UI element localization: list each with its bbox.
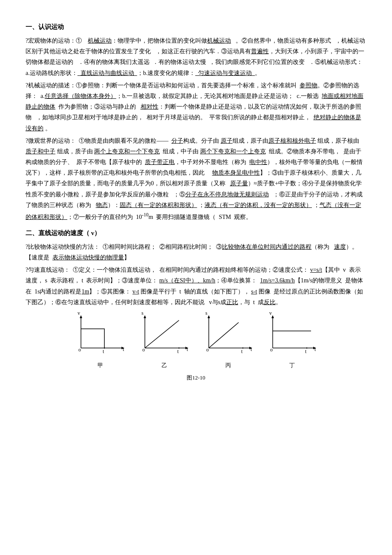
graph-ding-label: 丁 bbox=[289, 360, 295, 370]
section1-title: 一、认识运动 bbox=[26, 21, 366, 33]
svg-text:t: t bbox=[187, 346, 188, 352]
svg-text:s: s bbox=[141, 312, 144, 316]
graph-jia-label: 甲 bbox=[98, 360, 103, 370]
svg-text:o: o bbox=[78, 347, 81, 353]
section1-para2: ?机械运动的描述：①参照物：判断一个物体是否运动和如何运动，首先要选择一个标准，… bbox=[26, 80, 366, 134]
svg-text:t: t bbox=[241, 348, 243, 354]
svg-text:t: t bbox=[123, 346, 124, 352]
graph-ding: v t o t 丁 bbox=[264, 312, 320, 370]
graph-yi-label: 乙 bbox=[161, 360, 167, 370]
svg-text:t: t bbox=[314, 346, 316, 352]
section2-para1: ?比较物体运动快慢的方法： ①相同时间比路程； ②相同路程比时间； ③比较物体在… bbox=[26, 242, 366, 263]
svg-text:s: s bbox=[205, 312, 208, 316]
svg-text:t: t bbox=[103, 348, 104, 354]
page-content: 一、认识运动 ?宏观物体的运动：① 机械运动：物理学中，把物体位置的变化叫做机械… bbox=[26, 21, 366, 383]
svg-text:o: o bbox=[270, 347, 273, 353]
graph-bing-svg: s t o t bbox=[200, 312, 256, 359]
section1-para1: ?宏观物体的运动：① 机械运动：物理学中，把物体位置的变化叫做机械运动 。②自然… bbox=[26, 35, 366, 78]
svg-text:o: o bbox=[206, 347, 209, 353]
graph-bing: s t o t 丙 bbox=[200, 312, 256, 370]
graphs-area: v t o t 甲 s t o bbox=[26, 312, 366, 370]
svg-marker-11 bbox=[144, 315, 146, 318]
section2-title: 二、直线运动的速度（ v） bbox=[26, 227, 366, 239]
graph-bing-label: 丙 bbox=[225, 360, 231, 370]
svg-text:t: t bbox=[251, 346, 252, 352]
graph-jia-svg: v t o t bbox=[72, 312, 128, 359]
svg-text:v: v bbox=[78, 312, 80, 316]
svg-marker-21 bbox=[208, 315, 210, 318]
figure-caption: 图12-10 bbox=[26, 373, 366, 382]
section2-para2: ?匀速直线运动： ①定义：一个物体沿直线运动， 在相同时间内通过的路程始终相等的… bbox=[26, 265, 366, 308]
svg-text:t: t bbox=[305, 348, 307, 354]
svg-line-26 bbox=[209, 322, 239, 348]
svg-text:o: o bbox=[142, 347, 145, 353]
graph-ding-svg: v t o t bbox=[264, 312, 320, 359]
graph-jia: v t o t 甲 bbox=[72, 312, 128, 370]
svg-line-16 bbox=[145, 320, 179, 348]
section1-para3: ?微观世界的运动： ①物质是由肉眼看不见的微粒—— 分子构成。分子由 原子组成，… bbox=[26, 135, 366, 222]
graph-yi: s t o t 乙 bbox=[136, 312, 192, 370]
svg-text:v: v bbox=[269, 312, 272, 316]
graph-yi-svg: s t o t bbox=[136, 312, 192, 359]
svg-text:t: t bbox=[177, 348, 179, 354]
